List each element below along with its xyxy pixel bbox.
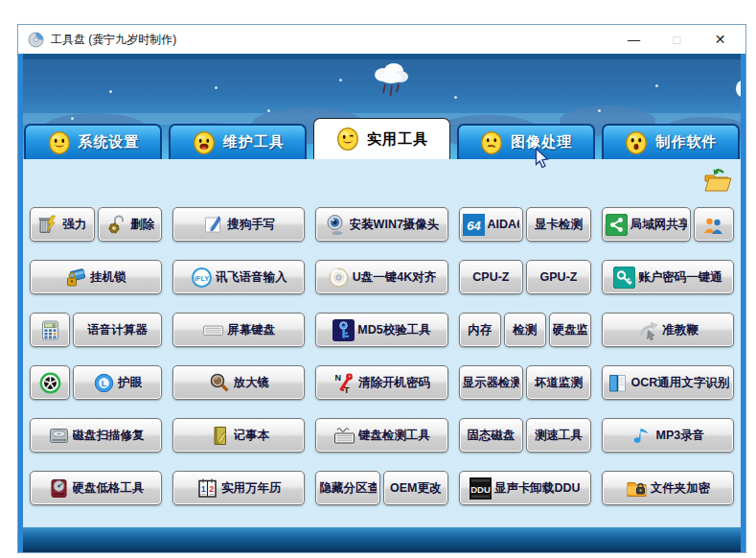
tool-button[interactable]: 64AIDA64 (459, 207, 524, 242)
tool-button[interactable]: 12实用万年历 (172, 471, 305, 505)
tool-button[interactable]: 屏幕键盘 (172, 313, 305, 347)
tab-1[interactable]: 系统设置 (24, 124, 162, 159)
open-folder-icon[interactable] (702, 166, 733, 193)
tool-button-label: 磁盘扫描修复 (73, 428, 145, 444)
tool-button-label: 语音计算器 (87, 322, 148, 338)
tool-cell: NT清除开机密码 (315, 365, 447, 400)
tool-cell: 12实用万年历 (172, 471, 305, 505)
tool-button[interactable]: iFLY讯飞语音输入 (172, 260, 305, 294)
tool-button[interactable] (30, 365, 70, 400)
tool-button[interactable]: 准教鞭 (602, 313, 734, 347)
tool-button[interactable]: 硬盘低格工具 (30, 471, 162, 505)
tool-button[interactable]: DDU显声卡卸载DDU (459, 471, 591, 505)
tool-cell: 内存检测硬盘监测 (459, 313, 591, 347)
tool-button[interactable]: 0 (30, 313, 70, 347)
tool-button[interactable]: 账户密码一键通 (602, 260, 734, 294)
teal-key-icon (613, 267, 635, 289)
tool-button-label: 隐藏分区查看 (319, 480, 377, 497)
tool-button[interactable]: 放大镜 (172, 365, 305, 400)
tool-button[interactable]: GPU-Z (526, 260, 591, 294)
tab-2[interactable]: 维护工具 (169, 124, 307, 159)
tool-button-label: 屏幕键盘 (227, 322, 275, 338)
tool-button-label: 删除 (130, 217, 154, 233)
tab-3[interactable]: 实用工具 (313, 118, 449, 159)
wallet-lock-icon (65, 267, 87, 289)
tab-label: 制作软件 (655, 133, 717, 151)
aperture-icon (39, 372, 61, 394)
tab-5[interactable]: 制作软件 (602, 124, 740, 159)
tool-cell: 64AIDA64显卡检测 (459, 207, 591, 242)
tool-button[interactable]: 显卡检测 (526, 207, 591, 242)
tool-button[interactable]: 删除 (98, 207, 163, 242)
tool-button-label: 局域网共享 (630, 217, 687, 233)
tool-button[interactable]: 硬盘监测 (549, 313, 591, 347)
tool-button[interactable]: 检测 (504, 313, 546, 347)
tool-button[interactable]: 安装WIN7摄像头 (315, 207, 447, 242)
bottom-band (23, 527, 741, 552)
tool-cell: 显示器检测坏道监测 (459, 365, 591, 400)
tool-button[interactable] (694, 207, 734, 242)
handwriting-pen-icon (202, 214, 224, 236)
tool-button[interactable]: MP3录音 (602, 418, 734, 453)
tool-button[interactable]: 测速工具 (526, 418, 591, 453)
tool-button[interactable]: L护眼 (73, 365, 162, 400)
tool-button[interactable]: 内存 (459, 313, 501, 347)
tool-grid: 强力删除搜狗手写安装WIN7摄像头64AIDA64显卡检测局域网共享挂机锁iFL… (30, 207, 734, 505)
tool-cell: 屏幕键盘 (172, 313, 305, 347)
tool-button[interactable]: 搜狗手写 (172, 207, 305, 242)
trash-lightning-icon (37, 214, 59, 236)
tool-button-label: 显示器检测 (463, 375, 520, 391)
tool-button[interactable]: 强力 (30, 207, 95, 242)
tab-4[interactable]: 图像处理 (457, 124, 595, 159)
close-button[interactable]: ✕ (699, 26, 742, 53)
tool-button-label: 护眼 (118, 375, 142, 391)
tool-button[interactable]: U盘一键4K对齐 (315, 260, 447, 294)
svg-text:1: 1 (201, 483, 206, 493)
tool-button[interactable]: NT清除开机密码 (315, 365, 447, 400)
tool-button[interactable]: 键盘检测工具 (315, 418, 447, 453)
tool-button[interactable]: 显示器检测 (459, 365, 524, 400)
tool-button[interactable]: 挂机锁 (30, 260, 162, 294)
tool-cell: 隐藏分区查看OEM更改 (315, 471, 447, 505)
window-frame: 系统设置维护工具实用工具图像处理制作软件 强力删除搜狗手写安装WIN7摄像头64… (18, 54, 745, 552)
tool-cell: 账户密码一键通 (602, 260, 734, 294)
ifly-icon: iFLY (191, 267, 213, 289)
tool-button[interactable]: OCR通用文字识别 (602, 365, 734, 400)
notepad-icon (209, 425, 231, 447)
tool-button-label: 账户密码一键通 (638, 269, 722, 286)
app-window: 工具盘 (龚宁九岁时制作) — □ ✕ (17, 24, 746, 553)
minimize-button[interactable]: — (612, 26, 655, 53)
gear-lock-icon (105, 214, 127, 236)
tool-button-label: 测速工具 (535, 428, 583, 444)
tool-button[interactable]: 记事本 (172, 418, 305, 453)
tool-button[interactable]: 坏道监测 (526, 365, 591, 400)
tool-cell: 文件夹加密 (602, 471, 734, 505)
disc-icon (328, 267, 350, 289)
tool-button-label: 讯飞语音输入 (216, 269, 287, 286)
maximize-button[interactable]: □ (655, 26, 699, 53)
tool-button[interactable]: 文件夹加密 (602, 471, 734, 505)
tool-button[interactable]: CPU-Z (459, 260, 524, 294)
calendar-icon: 12 (196, 477, 218, 500)
tool-button[interactable]: 语音计算器 (73, 313, 162, 347)
tool-cell: 挂机锁 (30, 260, 162, 294)
tool-button[interactable]: OEM更改 (383, 471, 448, 505)
tool-button-label: 挂机锁 (90, 269, 126, 286)
magnifier-icon (209, 372, 231, 394)
keyboard-icon (202, 319, 224, 341)
svg-text:iFLY: iFLY (195, 273, 210, 282)
svg-text:64: 64 (467, 219, 481, 233)
smiley-tongue-icon (192, 130, 217, 155)
tool-button[interactable]: 局域网共享 (602, 207, 691, 242)
tool-button[interactable]: 隐藏分区查看 (315, 471, 380, 505)
tool-button-label: AIDA64 (488, 218, 520, 231)
tool-cell: MD5校验工具 (315, 313, 447, 347)
tool-button[interactable]: MD5校验工具 (315, 313, 447, 347)
tool-cell: 磁盘扫描修复 (30, 418, 162, 453)
tab-label: 系统设置 (79, 133, 140, 151)
tool-button[interactable]: 固态磁盘 (459, 418, 524, 453)
title-bar: 工具盘 (龚宁九岁时制作) — □ ✕ (18, 25, 745, 54)
share-icon (606, 214, 628, 236)
nt-key-icon: NT (333, 372, 355, 394)
tool-button[interactable]: 磁盘扫描修复 (30, 418, 162, 453)
